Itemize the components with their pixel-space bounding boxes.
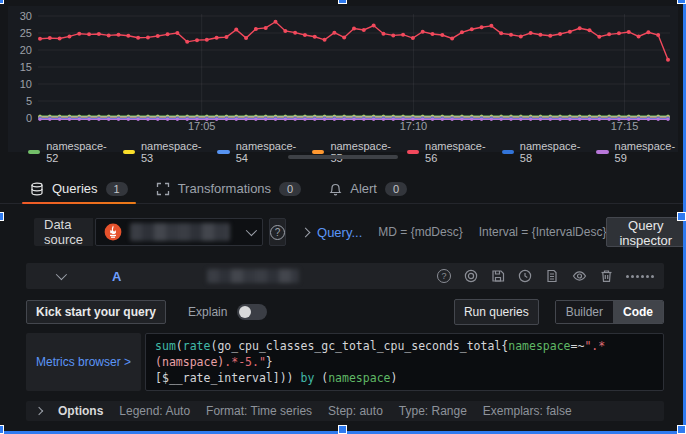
svg-text:25: 25 bbox=[20, 27, 32, 39]
pane-resize-handle[interactable] bbox=[288, 155, 398, 159]
metrics-browser-toggle[interactable]: Metrics browser > bbox=[26, 333, 141, 391]
selection-handle[interactable] bbox=[338, 0, 347, 4]
query-ref-id: A bbox=[112, 269, 121, 284]
query-datasource-redacted bbox=[207, 269, 299, 283]
legend-item[interactable]: namespace-58 bbox=[502, 140, 584, 164]
legend-swatch bbox=[217, 150, 229, 154]
trash-icon[interactable] bbox=[600, 269, 613, 283]
chart-legend: namespace-52namespace-53namespace-54name… bbox=[8, 140, 678, 164]
legend-label: namespace-58 bbox=[520, 140, 584, 164]
transform-icon bbox=[156, 182, 170, 196]
kick-start-query-button[interactable]: Kick start your query bbox=[26, 300, 166, 324]
legend-item[interactable]: namespace-56 bbox=[407, 140, 489, 164]
legend-swatch bbox=[123, 150, 135, 154]
svg-text:5: 5 bbox=[26, 95, 32, 107]
max-data-points-summary: MD = {mdDesc} bbox=[378, 225, 462, 239]
datasource-label: Data source bbox=[34, 218, 93, 246]
help-icon[interactable]: ? bbox=[437, 269, 451, 283]
tab-label: Transformations bbox=[178, 181, 271, 196]
tab-count-badge: 1 bbox=[106, 182, 128, 196]
save-icon[interactable] bbox=[491, 269, 505, 283]
drag-handle-icon[interactable] bbox=[626, 275, 654, 278]
timeseries-chart: 05101520253017:0517:1017:15 bbox=[8, 6, 678, 134]
tab-label: Queries bbox=[52, 181, 98, 196]
legend-label: namespace-54 bbox=[236, 140, 300, 164]
svg-text:20: 20 bbox=[20, 44, 32, 56]
legend-item[interactable]: namespace-55 bbox=[312, 140, 394, 164]
toggle-knob bbox=[239, 306, 251, 318]
tab-transformations[interactable]: Transformations0 bbox=[146, 174, 312, 203]
svg-text:10: 10 bbox=[20, 78, 32, 90]
option-summary-item: Exemplars: false bbox=[483, 404, 572, 418]
tab-queries[interactable]: Queries1 bbox=[20, 174, 138, 203]
query-row-header[interactable]: A ? bbox=[26, 263, 664, 289]
legend-label: namespace-59 bbox=[615, 140, 679, 164]
timeseries-panel: 05101520253017:0517:1017:15 namespace-52… bbox=[8, 6, 678, 152]
legend-item[interactable]: namespace-52 bbox=[28, 140, 110, 164]
legend-swatch bbox=[407, 150, 419, 154]
query-inspector-button[interactable]: Query inspector bbox=[606, 217, 685, 247]
selection-handle[interactable] bbox=[0, 425, 4, 434]
legend-item[interactable]: namespace-54 bbox=[217, 140, 299, 164]
file-icon[interactable] bbox=[545, 269, 559, 283]
selection-handle[interactable] bbox=[338, 425, 347, 434]
option-summary-item: Step: auto bbox=[328, 404, 383, 418]
legend-swatch bbox=[596, 150, 608, 154]
selection-handle[interactable] bbox=[677, 425, 686, 434]
code-mode-button[interactable]: Code bbox=[613, 301, 663, 323]
tab-label: Alert bbox=[350, 181, 377, 196]
query-toolbar: Data source ? Query... MD = {mdDesc} Int… bbox=[34, 217, 668, 247]
explain-label: Explain bbox=[188, 305, 227, 319]
legend-item[interactable]: namespace-59 bbox=[596, 140, 678, 164]
option-summary-item: Type: Range bbox=[399, 404, 467, 418]
eye-icon[interactable] bbox=[572, 269, 587, 283]
legend-label: namespace-55 bbox=[330, 140, 394, 164]
option-summary-item: Legend: Auto bbox=[119, 404, 190, 418]
code-line: [$__rate_interval])) by (namespace) bbox=[155, 370, 654, 386]
explain-toggle[interactable] bbox=[237, 304, 267, 320]
query-options-row: Options Legend: AutoFormat: Time seriesS… bbox=[26, 401, 664, 421]
svg-text:30: 30 bbox=[20, 10, 32, 22]
svg-text:17:05: 17:05 bbox=[188, 120, 216, 132]
help-icon: ? bbox=[270, 225, 285, 240]
svg-text:15: 15 bbox=[20, 61, 32, 73]
angle-right-icon bbox=[35, 407, 43, 415]
clock-icon[interactable] bbox=[518, 269, 532, 283]
legend-label: namespace-56 bbox=[425, 140, 489, 164]
tab-alert[interactable]: Alert0 bbox=[319, 174, 417, 203]
options-toggle[interactable]: Options bbox=[58, 404, 103, 418]
selection-handle[interactable] bbox=[0, 212, 4, 221]
promql-code-editor[interactable]: sum(rate(go_cpu_classes_gc_total_cpu_sec… bbox=[145, 333, 664, 391]
legend-swatch bbox=[312, 150, 324, 154]
prometheus-icon bbox=[104, 223, 122, 241]
legend-item[interactable]: namespace-53 bbox=[123, 140, 205, 164]
legend-swatch bbox=[28, 150, 40, 154]
legend-label: namespace-52 bbox=[46, 140, 110, 164]
legend-swatch bbox=[502, 150, 514, 154]
bell-icon bbox=[329, 182, 342, 196]
selection-handle[interactable] bbox=[0, 0, 4, 4]
run-queries-button[interactable]: Run queries bbox=[454, 299, 539, 325]
legend-label: namespace-53 bbox=[141, 140, 205, 164]
record-icon[interactable] bbox=[464, 269, 478, 283]
selection-handle[interactable] bbox=[677, 212, 686, 221]
query-editor-row: Metrics browser > sum(rate(go_cpu_classe… bbox=[26, 333, 664, 391]
collapse-chevron-icon[interactable] bbox=[56, 269, 67, 280]
option-summary-item: Format: Time series bbox=[206, 404, 312, 418]
svg-text:17:10: 17:10 bbox=[400, 120, 428, 132]
interval-summary: Interval = {IntervalDesc} bbox=[479, 225, 607, 239]
datasource-help-button[interactable]: ? bbox=[269, 218, 286, 246]
editor-tabs: Queries1Transformations0Alert0 bbox=[0, 174, 686, 204]
builder-mode-button[interactable]: Builder bbox=[556, 301, 613, 323]
editor-mode-switch: Builder Code bbox=[555, 300, 664, 324]
database-icon bbox=[30, 182, 44, 196]
datasource-picker[interactable] bbox=[95, 218, 263, 246]
chevron-down-icon bbox=[246, 225, 257, 236]
svg-text:17:15: 17:15 bbox=[611, 120, 639, 132]
datasource-name-redacted bbox=[130, 223, 230, 241]
tab-count-badge: 0 bbox=[385, 182, 407, 196]
angle-right-icon bbox=[301, 227, 311, 237]
selection-handle[interactable] bbox=[677, 0, 686, 4]
query-actions-row: Kick start your query Explain Run querie… bbox=[26, 299, 664, 325]
query-options-toggle[interactable]: Query... bbox=[317, 225, 362, 240]
